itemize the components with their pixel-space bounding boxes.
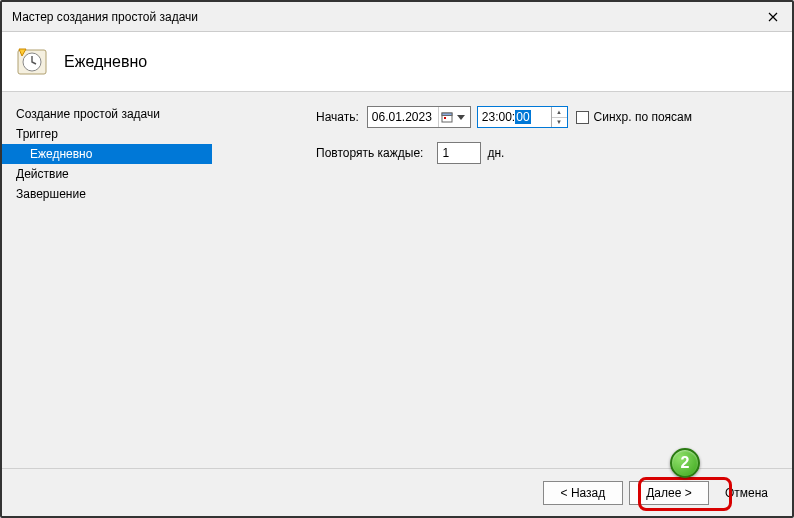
recur-unit: дн. (487, 146, 504, 160)
back-button[interactable]: < Назад (543, 481, 623, 505)
svg-rect-4 (444, 117, 446, 119)
sync-timezones-label: Синхр. по поясам (594, 110, 692, 124)
step-create-basic-task[interactable]: Создание простой задачи (2, 104, 212, 124)
start-date-value: 06.01.2023 (372, 110, 436, 124)
page-title: Ежедневно (64, 53, 147, 71)
time-seconds-selected[interactable]: 00 (515, 110, 530, 124)
wizard-content: Начать: 06.01.2023 23:0 (212, 92, 792, 468)
time-spinner[interactable]: ▲ ▼ (551, 107, 567, 127)
start-time-picker[interactable]: 23:00:00 ▲ ▼ (477, 106, 568, 128)
recur-every-input[interactable] (437, 142, 481, 164)
svg-rect-3 (442, 113, 452, 116)
next-button[interactable]: Далее > (629, 481, 709, 505)
step-daily[interactable]: Ежедневно (2, 144, 212, 164)
window-title: Мастер создания простой задачи (12, 10, 198, 24)
wizard-window: Мастер создания простой задачи Ежедневно… (0, 0, 794, 518)
step-action[interactable]: Действие (2, 164, 212, 184)
calendar-icon[interactable] (438, 107, 454, 127)
step-trigger[interactable]: Триггер (2, 124, 212, 144)
spinner-up-icon[interactable]: ▲ (552, 107, 567, 118)
start-date-picker[interactable]: 06.01.2023 (367, 106, 471, 128)
task-scheduler-icon (16, 46, 48, 78)
cancel-button[interactable]: Отмена (715, 481, 778, 505)
wizard-footer: < Назад Далее > Отмена (2, 468, 792, 516)
time-prefix: 23:00: (482, 110, 515, 124)
close-button[interactable] (762, 6, 784, 28)
wizard-steps-sidebar: Создание простой задачи Триггер Ежедневн… (2, 92, 212, 468)
wizard-body: Создание простой задачи Триггер Ежедневн… (2, 92, 792, 468)
wizard-header: Ежедневно (2, 32, 792, 92)
date-dropdown-icon[interactable] (454, 107, 468, 127)
sync-timezones-checkbox[interactable] (576, 111, 589, 124)
titlebar: Мастер создания простой задачи (2, 2, 792, 32)
recur-label: Повторять каждые: (316, 146, 423, 160)
step-finish[interactable]: Завершение (2, 184, 212, 204)
spinner-down-icon[interactable]: ▼ (552, 118, 567, 128)
start-label: Начать: (316, 110, 359, 124)
